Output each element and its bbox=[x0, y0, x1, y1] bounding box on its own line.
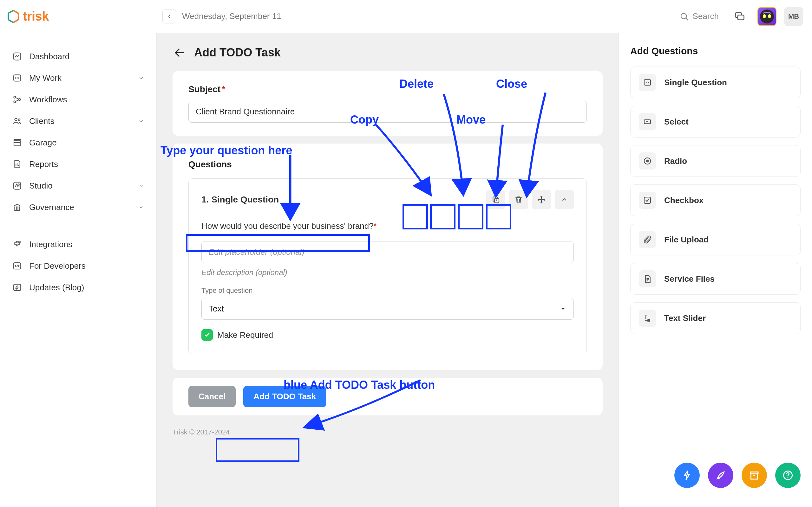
svg-point-28 bbox=[646, 160, 649, 163]
logo-text: trisk bbox=[23, 9, 49, 23]
chevron-left-icon bbox=[166, 14, 172, 19]
nav-divider bbox=[10, 226, 146, 226]
page-header: Add TODO Task bbox=[172, 46, 603, 60]
sidebar-item-label: Workflows bbox=[29, 95, 67, 105]
footer-actions: Cancel Add TODO Task bbox=[172, 378, 603, 415]
checkbox-icon bbox=[639, 192, 656, 209]
topbar: trisk Wednesday, September 11 Search MB bbox=[0, 0, 812, 33]
clients-icon bbox=[12, 116, 22, 126]
add-radio[interactable]: Radio bbox=[630, 145, 801, 177]
delete-question-button[interactable] bbox=[509, 190, 528, 209]
help-icon bbox=[782, 469, 794, 481]
svg-rect-20 bbox=[14, 284, 21, 291]
logo[interactable]: trisk bbox=[6, 9, 159, 23]
svg-point-18 bbox=[19, 241, 20, 243]
right-panel: Add Questions Single Question Select Rad… bbox=[618, 33, 812, 507]
svg-point-24 bbox=[646, 82, 647, 83]
studio-icon bbox=[12, 181, 22, 191]
rocket-icon bbox=[715, 469, 726, 481]
make-required-label: Make Required bbox=[217, 330, 273, 340]
fab-lightning[interactable] bbox=[674, 463, 700, 488]
date-text: Wednesday, September 11 bbox=[182, 11, 281, 21]
make-required-checkbox[interactable] bbox=[201, 329, 213, 341]
svg-point-5 bbox=[768, 14, 771, 18]
chevron-up-icon bbox=[560, 196, 568, 204]
svg-rect-26 bbox=[644, 120, 651, 124]
reports-icon bbox=[12, 159, 22, 169]
subject-input[interactable] bbox=[189, 101, 587, 123]
topbar-back-button[interactable] bbox=[162, 9, 176, 23]
svg-point-10 bbox=[18, 77, 19, 78]
add-single-question[interactable]: Single Question bbox=[630, 66, 801, 98]
questions-card: Questions 1. Single Question bbox=[172, 144, 603, 370]
garage-icon bbox=[12, 137, 22, 148]
sidebar-item-clients[interactable]: Clients bbox=[8, 110, 149, 132]
question-text[interactable]: How would you describe your business' br… bbox=[201, 221, 574, 231]
copy-question-button[interactable] bbox=[486, 190, 505, 209]
back-arrow-icon[interactable] bbox=[172, 46, 187, 60]
svg-point-15 bbox=[18, 119, 20, 121]
sidebar-item-reports[interactable]: Reports bbox=[8, 153, 149, 175]
check-icon bbox=[204, 331, 211, 338]
sidebar-item-garage[interactable]: Garage bbox=[8, 132, 149, 153]
svg-rect-17 bbox=[14, 182, 21, 189]
sidebar-item-updates[interactable]: Updates (Blog) bbox=[8, 277, 149, 298]
single-question-icon bbox=[639, 74, 656, 91]
add-service-files[interactable]: Service Files bbox=[630, 263, 801, 295]
sidebar-item-developers[interactable]: For Developers bbox=[8, 255, 149, 277]
add-checkbox[interactable]: Checkbox bbox=[630, 184, 801, 216]
questions-heading: Questions bbox=[189, 159, 587, 170]
logo-hexagon-icon bbox=[6, 9, 20, 23]
move-question-button[interactable] bbox=[532, 190, 551, 209]
type-of-question-label: Type of question bbox=[201, 286, 574, 295]
page-title: Add TODO Task bbox=[194, 46, 281, 59]
sidebar-item-label: My Work bbox=[29, 73, 61, 83]
copyright: Trisk © 2017-2024 bbox=[172, 425, 603, 443]
sidebar-item-dashboard[interactable]: Dashboard bbox=[8, 46, 149, 67]
messages-button[interactable] bbox=[731, 8, 749, 25]
svg-point-4 bbox=[763, 14, 766, 18]
search-input[interactable]: Search bbox=[674, 8, 724, 25]
question-block: 1. Single Question bbox=[189, 178, 587, 354]
svg-point-9 bbox=[16, 77, 18, 78]
fab-rocket[interactable] bbox=[708, 463, 733, 488]
sidebar-item-workflows[interactable]: Workflows bbox=[8, 89, 149, 110]
sidebar-item-governance[interactable]: Governance bbox=[8, 196, 149, 218]
sidebar-item-label: Garage bbox=[29, 138, 57, 148]
add-select[interactable]: Select bbox=[630, 106, 801, 137]
fab-help[interactable] bbox=[775, 463, 801, 488]
sidebar-item-label: Dashboard bbox=[29, 52, 69, 61]
radio-icon bbox=[639, 153, 656, 170]
search-icon bbox=[679, 12, 689, 21]
move-icon bbox=[537, 195, 546, 205]
svg-point-25 bbox=[648, 82, 649, 83]
governance-icon bbox=[12, 202, 22, 212]
trash-icon bbox=[514, 195, 523, 205]
copy-icon bbox=[491, 195, 501, 205]
sidebar-item-studio[interactable]: Studio bbox=[8, 175, 149, 196]
chevron-down-icon bbox=[138, 118, 144, 124]
placeholder-input[interactable] bbox=[201, 241, 574, 263]
assistant-avatar[interactable] bbox=[757, 7, 776, 26]
fab-archive[interactable] bbox=[742, 463, 767, 488]
archive-icon bbox=[749, 469, 760, 481]
add-todo-task-button[interactable]: Add TODO Task bbox=[243, 386, 326, 407]
updates-icon bbox=[12, 282, 22, 292]
svg-rect-2 bbox=[738, 15, 744, 20]
description-hint[interactable]: Edit description (optional) bbox=[201, 268, 574, 277]
integrations-icon bbox=[12, 239, 22, 249]
type-of-question-select[interactable]: Text bbox=[201, 298, 574, 320]
sidebar-item-integrations[interactable]: Integrations bbox=[8, 233, 149, 255]
question-block-title: 1. Single Question bbox=[201, 194, 279, 205]
add-file-upload[interactable]: File Upload bbox=[630, 224, 801, 256]
sidebar-item-my-work[interactable]: My Work bbox=[8, 67, 149, 89]
subject-card: Subject * bbox=[172, 71, 603, 136]
developers-icon bbox=[12, 261, 22, 271]
svg-rect-16 bbox=[14, 141, 20, 146]
user-avatar[interactable]: MB bbox=[784, 7, 803, 26]
chat-icon bbox=[734, 11, 745, 22]
svg-rect-23 bbox=[644, 79, 651, 85]
add-text-slider[interactable]: Text Slider bbox=[630, 302, 801, 334]
cancel-button[interactable]: Cancel bbox=[189, 386, 236, 407]
collapse-question-button[interactable] bbox=[555, 190, 574, 209]
